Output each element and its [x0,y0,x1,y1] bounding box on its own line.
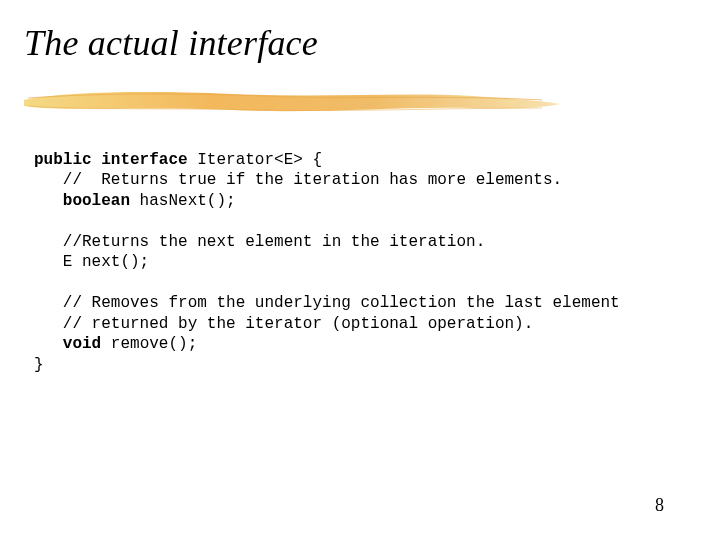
code-comment-remove2: // returned by the iterator (optional op… [34,315,533,333]
slide: The actual interface public interface It… [0,0,720,540]
keyword-void: void [34,335,101,353]
code-block: public interface Iterator<E> { // Return… [34,150,686,375]
code-next-sig: E next(); [34,253,149,271]
page-number: 8 [655,495,664,516]
slide-title: The actual interface [24,22,318,64]
code-iterator-sig: Iterator<E> { [188,151,322,169]
code-close-brace: } [34,356,44,374]
keyword-boolean: boolean [34,192,130,210]
code-hasnext-sig: hasNext(); [130,192,236,210]
code-comment-remove1: // Removes from the underlying collectio… [34,294,620,312]
brush-underline [22,86,562,118]
code-comment-hasnext: // Returns true if the iteration has mor… [34,171,562,189]
keyword-public-interface: public interface [34,151,188,169]
code-comment-next: //Returns the next element in the iterat… [34,233,485,251]
code-remove-sig: remove(); [101,335,197,353]
